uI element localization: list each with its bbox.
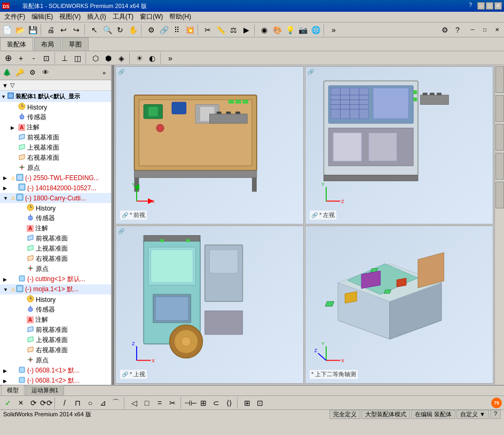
zoom-to-fit-btn[interactable]: ⊕ [2,52,14,64]
display-style-btn[interactable]: ◉ [258,24,270,36]
property-icon[interactable]: 🔑 [14,67,26,79]
zoom-out-btn[interactable]: - [28,52,40,64]
tree-item-origin-1[interactable]: 原点 [0,163,111,173]
tree-item-origin-2[interactable]: 原点 [0,264,111,274]
tree-item-annotation-1[interactable]: ▶ A 注解 [0,122,111,133]
print-btn[interactable]: 🖨 [45,24,57,36]
expand-btn[interactable]: ▶ [3,378,11,384]
pan-btn[interactable]: ✋ [127,24,139,36]
restore-btn[interactable]: □ [486,2,493,10]
tree-item-top-plane-1[interactable]: 上视基准面 [0,143,111,153]
tree-item-1401[interactable]: ▶ (-) 1401842000-10527... [0,183,111,193]
more-view-btn[interactable]: » [164,52,176,64]
tree-root-item[interactable]: ▼ 装配体1 默认<默认_显示 [0,91,111,102]
tree-item-right-plane-3[interactable]: 右视基准面 [0,345,111,355]
settings-btn[interactable]: ⚙ [439,24,451,36]
vp-restore-btn[interactable]: □ [479,24,491,36]
expand-btn[interactable]: ▶ [3,368,11,374]
rs-btn-4[interactable] [495,153,504,180]
wireframe-btn[interactable]: ⬡ [90,52,101,64]
tree-item-0608-1[interactable]: ▶ (-) 0608.1<1> 默... [0,366,111,376]
cam-btn[interactable]: 📷 [297,24,309,36]
tree-item-annotation-2[interactable]: A 注解 [0,223,111,234]
dim-tool[interactable]: ◁ [128,397,140,409]
sketch-tool-4[interactable]: ⊿ [97,397,109,409]
viewport-front[interactable]: 🔗 [115,66,304,224]
convert-tool[interactable]: ⟨⟩ [223,397,235,409]
display-states-icon[interactable]: 👁 [40,67,51,79]
dim-tool-2[interactable]: □ [141,397,153,409]
tree-item-sensor-3[interactable]: 传感器 [0,305,111,315]
expander-btn[interactable]: ▶ [11,125,18,130]
tree-item-front-plane-1[interactable]: 前视基准面 [0,133,111,143]
simulate-btn[interactable]: ▶ [240,24,252,36]
zoom-btn[interactable]: 🔍 [101,24,113,36]
offset-tool[interactable]: ⊂ [210,397,222,409]
rebuild-btn[interactable]: ⟳ [28,397,40,409]
feature-tree[interactable]: ▼ 装配体1 默认<默认_显示 History 传 [0,91,111,385]
tree-item-mojia[interactable]: ▼ ⚠ (-) mojia.1<1> 默... [0,284,111,294]
tree-item-front-plane-2[interactable]: 前视基准面 [0,234,111,244]
sketch-tool-5[interactable]: ⌒ [110,397,122,409]
tree-item-1800-carry[interactable]: ▼ ⚠ (-) 1800-Carry-Cutti... [0,193,111,203]
layout-tab[interactable]: 布局 [34,37,61,51]
assembly-tab[interactable]: 装配体 [0,37,33,51]
close-btn[interactable]: ✕ [494,2,502,10]
rs-btn-5[interactable] [495,182,504,208]
viewport-left[interactable]: 🔗 [305,66,493,224]
menu-item-window[interactable]: 窗口(W) [137,11,166,22]
tree-item-history-1[interactable]: History [0,102,111,112]
constraint-tool[interactable]: = [154,397,166,409]
rs-btn-1[interactable] [495,66,504,93]
save-btn[interactable]: 💾 [27,24,38,36]
zoom-selection-btn[interactable]: ⊡ [41,52,52,64]
expand-btn[interactable]: ▼ [3,196,11,201]
normal-to-btn[interactable]: ⊥ [59,52,70,64]
tree-item-top-plane-2[interactable]: 上视基准面 [0,244,111,254]
mass-prop-btn[interactable]: ⚖ [227,24,239,36]
pattern-sketch-tool[interactable]: ⊞ [198,397,209,409]
new-btn[interactable]: 📄 [1,24,13,36]
tree-item-sensor-1[interactable]: 传感器 [0,112,111,122]
tree-item-annotation-3[interactable]: A 注解 [0,315,111,325]
vp-close-btn[interactable]: ✕ [491,24,503,36]
tree-item-right-plane-1[interactable]: 右视基准面 [0,153,111,163]
sketch-tool-1[interactable]: / [59,397,70,409]
component-btn[interactable]: ⚙ [145,24,157,36]
grid-tool[interactable]: ⊞ [241,397,253,409]
tree-item-sensor-2[interactable]: 传感器 [0,213,111,223]
rs-btn-3[interactable] [495,124,504,151]
scene-btn[interactable]: 🌐 [310,24,321,36]
appearance-btn[interactable]: 🎨 [271,24,283,36]
status-custom[interactable]: 自定义 ▼ [456,410,489,419]
shaded-btn[interactable]: ⬢ [103,52,114,64]
mate-btn[interactable]: 🔗 [158,24,170,36]
snap-tool[interactable]: ⊡ [254,397,266,409]
menu-item-file[interactable]: 文件(F) [1,11,28,22]
tree-item-top-plane-3[interactable]: 上视基准面 [0,335,111,345]
config-icon[interactable]: ⚙ [27,67,38,79]
root-expand-icon[interactable]: ▼ [1,94,6,99]
model-tab[interactable]: 模型 [1,385,25,395]
select-btn[interactable]: ↖ [89,24,100,36]
shaded-edges-btn[interactable]: ◈ [115,52,127,64]
trim-tool[interactable]: ✂ [167,397,178,409]
menu-item-tools[interactable]: 工具(T) [109,11,137,22]
expand-btn[interactable]: ▼ [3,287,11,292]
section-view-btn[interactable]: ✂ [202,24,214,36]
viewport-top[interactable]: 🔗 [115,226,304,384]
tree-item-right-plane-2[interactable]: 右视基准面 [0,254,111,264]
rebuild-all-btn[interactable]: ⟳⟳ [41,397,52,409]
status-help-btn[interactable]: ? [490,410,501,419]
viewport-isometric[interactable]: X Y Z * 上下二等角轴测 [305,226,493,384]
vp-min-btn[interactable]: ─ [467,24,478,36]
light-btn[interactable]: 💡 [284,24,296,36]
expand-btn[interactable]: ▶ [3,277,11,282]
rs-btn-2[interactable] [495,95,504,122]
minimize-btn[interactable]: ─ [477,2,485,10]
tree-item-front-plane-3[interactable]: 前视基准面 [0,325,111,335]
menu-item-insert[interactable]: 插入(I) [84,11,109,22]
tree-item-history-2[interactable]: History [0,203,111,213]
tree-item-cutting[interactable]: ▶ (-) cutting<1> 默认... [0,274,111,284]
more-btn[interactable]: » [328,24,340,36]
